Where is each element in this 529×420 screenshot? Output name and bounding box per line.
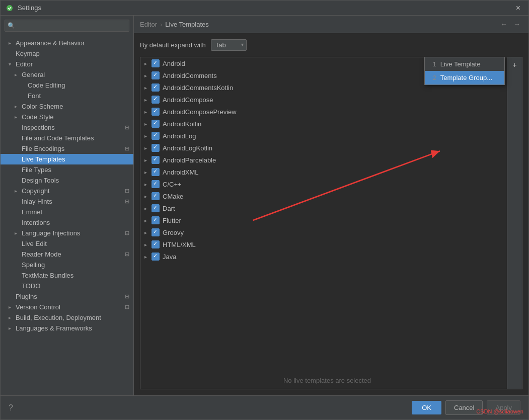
- group-checkbox[interactable]: [152, 59, 160, 67]
- group-label: AndroidParcelable: [163, 156, 216, 164]
- sidebar-item-spelling[interactable]: Spelling: [1, 260, 133, 270]
- sidebar-item-file-code-templates[interactable]: File and Code Templates: [1, 133, 133, 143]
- sidebar-item-label: Code Editing: [28, 81, 65, 89]
- template-group-groovy[interactable]: ▸Groovy: [140, 226, 507, 238]
- group-checkbox[interactable]: [152, 144, 160, 152]
- sidebar-item-editor[interactable]: Editor: [1, 59, 133, 69]
- group-checkbox[interactable]: [152, 168, 160, 176]
- cancel-button[interactable]: Cancel: [445, 400, 483, 415]
- sidebar-item-build-execution[interactable]: Build, Execution, Deployment: [1, 312, 133, 323]
- add-button[interactable]: +: [509, 59, 520, 70]
- sidebar-item-version-control[interactable]: Version Control⊟: [1, 302, 133, 312]
- group-checkbox[interactable]: [152, 216, 160, 224]
- sidebar-item-code-style[interactable]: Code Style: [1, 112, 133, 122]
- template-group-cmake[interactable]: ▸CMake: [140, 190, 507, 202]
- group-checkbox[interactable]: [152, 228, 160, 236]
- sidebar-item-language-injections[interactable]: Language Injections⊟: [1, 228, 133, 238]
- context-menu-item-0[interactable]: 1Live Template: [425, 57, 504, 71]
- apply-button[interactable]: Apply: [487, 400, 520, 415]
- group-checkbox[interactable]: [152, 71, 160, 79]
- bottom-bar: ? OK Cancel Apply: [1, 395, 528, 419]
- sidebar-item-file-encodings[interactable]: File Encodings⊟: [1, 143, 133, 154]
- sidebar-item-font[interactable]: Font: [1, 91, 133, 101]
- chevron-icon: [9, 315, 16, 320]
- sidebar-item-design-tools[interactable]: Design Tools: [1, 175, 133, 186]
- chevron-icon: [9, 40, 16, 46]
- close-button[interactable]: ×: [513, 3, 523, 14]
- group-checkbox[interactable]: [152, 120, 160, 128]
- menu-item-label: Template Group...: [440, 74, 492, 81]
- sidebar-item-languages-frameworks[interactable]: Languages & Frameworks: [1, 323, 133, 333]
- help-button[interactable]: ?: [9, 403, 13, 412]
- sidebar-item-color-scheme[interactable]: Color Scheme: [1, 101, 133, 112]
- sidebar-item-keymap[interactable]: Keymap: [1, 48, 133, 59]
- group-checkbox[interactable]: [152, 132, 160, 140]
- expand-row: By default expand with TabEnterSpace ▾: [140, 39, 522, 51]
- group-checkbox[interactable]: [152, 156, 160, 164]
- template-group-flutter[interactable]: ▸Flutter: [140, 214, 507, 226]
- nav-forward-button[interactable]: →: [511, 19, 522, 29]
- template-group-android-log-kotlin[interactable]: ▸AndroidLogKotlin: [140, 142, 507, 154]
- group-label: Dart: [163, 205, 175, 212]
- sidebar-item-live-templates[interactable]: Live Templates: [1, 154, 133, 164]
- context-menu-item-1[interactable]: 2Template Group...: [425, 71, 504, 85]
- template-group-android-compose-preview[interactable]: ▸AndroidComposePreview: [140, 106, 507, 118]
- sidebar-item-intentions[interactable]: Intentions: [1, 217, 133, 228]
- template-group-c-cpp[interactable]: ▸C/C++: [140, 178, 507, 190]
- group-checkbox[interactable]: [152, 240, 160, 248]
- group-checkbox[interactable]: [152, 192, 160, 200]
- ok-button[interactable]: OK: [412, 401, 441, 414]
- group-checkbox[interactable]: [152, 108, 160, 116]
- group-checkbox[interactable]: [152, 83, 160, 92]
- template-group-dart[interactable]: ▸Dart: [140, 202, 507, 214]
- sidebar-item-todo[interactable]: TODO: [1, 281, 133, 291]
- sidebar-item-label: Inlay Hints: [22, 198, 52, 205]
- template-group-android-compose[interactable]: ▸AndroidCompose: [140, 94, 507, 106]
- expand-select[interactable]: TabEnterSpace: [211, 39, 247, 51]
- settings-window: Settings × 🔍 Appearance & BehaviorKeymap…: [0, 0, 529, 420]
- breadcrumb-separator: ›: [160, 21, 162, 28]
- sidebar-item-plugins[interactable]: Plugins⊟: [1, 291, 133, 302]
- sidebar-item-live-edit[interactable]: Live Edit: [1, 238, 133, 249]
- item-badge: ⊟: [125, 304, 129, 310]
- group-checkbox[interactable]: [152, 253, 160, 261]
- group-checkbox[interactable]: [152, 204, 160, 212]
- templates-list[interactable]: ▸Android▸AndroidComments▸AndroidComments…: [140, 57, 507, 389]
- template-group-android-xml[interactable]: ▸AndroidXML: [140, 166, 507, 178]
- sidebar-item-inspections[interactable]: Inspections⊟: [1, 122, 133, 133]
- search-input[interactable]: [5, 20, 129, 32]
- template-group-html-xml[interactable]: ▸HTML/XML: [140, 238, 507, 250]
- sidebar-item-file-types[interactable]: File Types: [1, 164, 133, 175]
- group-checkbox[interactable]: [152, 96, 160, 104]
- sidebar-item-label: Version Control: [16, 303, 60, 311]
- group-checkbox[interactable]: [152, 180, 160, 188]
- sidebar-item-emmet[interactable]: Emmet: [1, 207, 133, 217]
- group-label: Java: [163, 253, 176, 261]
- nav-back-button[interactable]: ←: [498, 19, 509, 29]
- no-selection-message: No live templates are selected: [140, 372, 514, 389]
- template-content: By default expand with TabEnterSpace ▾ ▸…: [134, 33, 528, 395]
- group-chevron-icon: ▸: [144, 254, 152, 260]
- template-group-android-kotlin[interactable]: ▸AndroidKotlin: [140, 118, 507, 130]
- title-bar: Settings ×: [1, 1, 528, 16]
- sidebar-item-inlay-hints[interactable]: Inlay Hints⊟: [1, 196, 133, 207]
- breadcrumb-current: Live Templates: [165, 21, 208, 28]
- sidebar-item-code-editing[interactable]: Code Editing: [1, 80, 133, 91]
- chevron-icon: [15, 114, 22, 120]
- chevron-icon: [9, 61, 16, 67]
- sidebar-item-label: Intentions: [22, 219, 50, 226]
- sidebar-item-label: Languages & Frameworks: [16, 324, 92, 332]
- sidebar-item-general[interactable]: General: [1, 69, 133, 80]
- group-chevron-icon: ▸: [144, 182, 152, 187]
- chevron-icon: [15, 188, 22, 194]
- sidebar-item-appearance[interactable]: Appearance & Behavior: [1, 38, 133, 48]
- expand-select-wrapper: TabEnterSpace ▾: [211, 39, 247, 51]
- sidebar-item-reader-mode[interactable]: Reader Mode⊟: [1, 249, 133, 260]
- expand-label: By default expand with: [140, 41, 206, 49]
- search-icon: 🔍: [8, 22, 15, 29]
- template-group-java[interactable]: ▸Java: [140, 250, 507, 263]
- sidebar-item-textmate-bundles[interactable]: TextMate Bundles: [1, 270, 133, 281]
- sidebar-item-copyright[interactable]: Copyright⊟: [1, 186, 133, 196]
- template-group-android-log[interactable]: ▸AndroidLog: [140, 130, 507, 142]
- template-group-android-parcelable[interactable]: ▸AndroidParcelable: [140, 154, 507, 166]
